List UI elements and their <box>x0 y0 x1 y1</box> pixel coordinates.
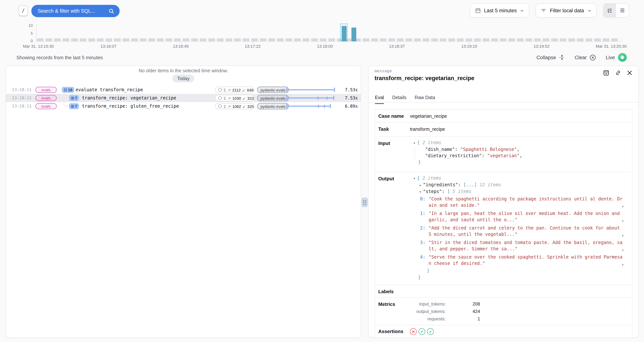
step-item: 3:Stir in the diced tomatoes and tomato … <box>410 240 624 252</box>
x-tick-mark <box>253 42 253 44</box>
service-badge[interactable]: evals <box>36 103 57 109</box>
collapse-button[interactable]: Collapse <box>536 54 565 60</box>
search-button-label: Search & filter with SQL... <box>38 8 108 14</box>
tab-details[interactable]: Details <box>392 95 406 104</box>
copy-link-icon[interactable] <box>615 70 621 76</box>
step-item: 0:Cook the spaghetti according to packag… <box>410 196 624 209</box>
tab-eval[interactable]: Eval <box>375 95 384 104</box>
labels-row: Labels <box>375 285 632 297</box>
baseline-activity-strip <box>37 38 620 41</box>
trace-row[interactable]: 13:18:11 evals ⊞7 transform_recipe: glut… <box>6 102 361 110</box>
filter-label: Filter local data <box>550 8 584 13</box>
grip-dots-icon <box>364 200 366 204</box>
time-range-dropdown[interactable]: Last 5 minutes <box>470 3 530 18</box>
chevron-down-icon <box>587 8 592 12</box>
x-tick-mark <box>325 42 325 44</box>
live-toggle[interactable]: Live <box>606 53 627 62</box>
y-tick-0: 0 <box>22 38 33 43</box>
step-item: 4:Serve the sauce over the cooked spaghe… <box>410 254 624 267</box>
output-arrow-icon: ↙ <box>242 104 246 108</box>
output-json-viewer: ▾{ 2 items ▸ingredients: [...] 12 items … <box>410 175 629 280</box>
scope-tag: pydantic-evals <box>257 103 289 109</box>
empty-window-notice: No older items in the selected time wind… <box>6 68 361 74</box>
date-group-pill: Today <box>172 74 194 82</box>
sigma-icon: Σ <box>224 104 226 108</box>
output-row: Output ▾{ 2 items ▸ingredients: [...] 12… <box>375 172 632 285</box>
input-arrow-icon: ↗ <box>228 96 231 100</box>
service-badge[interactable]: evals <box>36 87 57 93</box>
clear-button[interactable]: Clear <box>575 54 596 60</box>
expand-box-icon: ⊞ <box>71 104 74 108</box>
tab-raw-data[interactable]: Raw Data <box>414 95 435 104</box>
span-name[interactable]: transform_recipe: gluten_free_recipe <box>82 104 179 109</box>
metrics-list: input_tokens:208 output_tokens:424 reque… <box>410 301 480 323</box>
x-tick-label: 13:19:15 <box>440 44 499 48</box>
input-json-viewer: ▾{ 2 items dish_name: Spaghetti Bolognes… <box>410 140 629 166</box>
flat-list-toggle[interactable] <box>616 4 629 17</box>
service-badge[interactable]: evals <box>36 95 57 101</box>
expand-box-icon: ⊞ <box>71 96 74 100</box>
collapse-chevron-icon[interactable]: ▾ <box>419 189 423 195</box>
span-count-badge[interactable]: ⊞7 <box>69 103 79 109</box>
collapse-chevron-icon[interactable]: ▾ <box>413 176 417 182</box>
task-row: Task transform_recipe <box>375 122 632 136</box>
close-icon[interactable] <box>627 70 632 76</box>
span-name[interactable]: evaluate transform_recipe <box>76 87 143 92</box>
collapse-box-icon: ⊟ <box>64 87 67 92</box>
duration-bar <box>286 104 336 108</box>
assertion-fail-icon[interactable]: ✕ <box>410 328 417 335</box>
collapse-chevron-icon[interactable]: ▾ <box>413 140 417 146</box>
span-name[interactable]: transform_recipe: vegetarian_recipe <box>82 95 176 100</box>
x-tick-label: 13:18:00 <box>295 44 355 48</box>
tabs-divider <box>368 102 638 102</box>
detail-title: transform_recipe: vegetarian_recipe <box>374 75 474 82</box>
assertion-results: ✕ ✓ ✓ <box>410 328 434 335</box>
token-usage-pill: Σ ↗1082 ↙325 <box>215 103 254 109</box>
panel-resize-handle[interactable] <box>362 198 368 207</box>
metrics-label: Metrics <box>378 302 395 307</box>
histogram-bar[interactable] <box>352 28 356 41</box>
span-count-badge[interactable]: ⊟16 <box>62 87 74 93</box>
x-tick-mark <box>542 42 542 44</box>
expand-chevron-icon[interactable]: ▸ <box>419 182 423 188</box>
scope-tag: pydantic-evals <box>257 95 289 101</box>
duration-bar <box>286 96 336 100</box>
tree-view-icon <box>607 8 613 14</box>
assertion-pass-icon[interactable]: ✓ <box>427 328 434 335</box>
span-count-badge[interactable]: ⊞7 <box>69 95 79 101</box>
app: / Search & filter with SQL... Last 5 min… <box>0 0 644 342</box>
case-name-value: vegetarian_recipe <box>410 114 447 119</box>
input-row: Input ▾{ 2 items dish_name: Spaghetti Bo… <box>375 136 632 172</box>
x-tick-mark <box>181 42 181 44</box>
tree-view-toggle[interactable] <box>604 4 616 17</box>
span-kind-label: message <box>374 68 392 74</box>
y-axis-line <box>36 24 36 42</box>
clear-label: Clear <box>575 54 587 60</box>
step-item: 1:In a large pan, heat the olive oil ove… <box>410 210 624 223</box>
sigma-icon: Σ <box>224 96 226 100</box>
trace-list-panel: No older items in the selected time wind… <box>6 66 361 338</box>
output-label: Output <box>378 176 394 182</box>
filter-lines-icon <box>541 8 546 13</box>
case-name-label: Case name <box>378 113 404 119</box>
trace-start-time: 13:18:11 <box>12 96 32 100</box>
calendar-icon <box>475 8 480 13</box>
live-label: Live <box>606 54 615 60</box>
showing-records-text: Showing records from the last 5 minutes <box>16 55 103 60</box>
open-in-drawer-icon[interactable] <box>603 70 609 76</box>
assertion-pass-icon[interactable]: ✓ <box>418 328 425 335</box>
trace-row[interactable]: 13:18:11 evals ⊟16 evaluate transform_re… <box>6 86 361 94</box>
y-tick-10: 10 <box>22 23 33 28</box>
coin-icon <box>218 96 222 100</box>
duration-text: 6.89s <box>345 104 358 109</box>
histogram-bar[interactable] <box>342 26 346 41</box>
search-button[interactable]: Search & filter with SQL... <box>31 5 120 17</box>
y-tick-5: 5 <box>22 31 33 36</box>
coin-icon <box>218 88 222 92</box>
duration-text: 7.53s <box>345 87 358 92</box>
collapse-vertical-icon <box>559 54 565 60</box>
x-axis-line <box>36 41 621 42</box>
list-view-icon <box>620 8 625 14</box>
trace-row-selected[interactable]: 13:18:11 evals ⊞7 transform_recipe: vege… <box>6 94 361 102</box>
filter-local-data-dropdown[interactable]: Filter local data <box>536 3 597 18</box>
